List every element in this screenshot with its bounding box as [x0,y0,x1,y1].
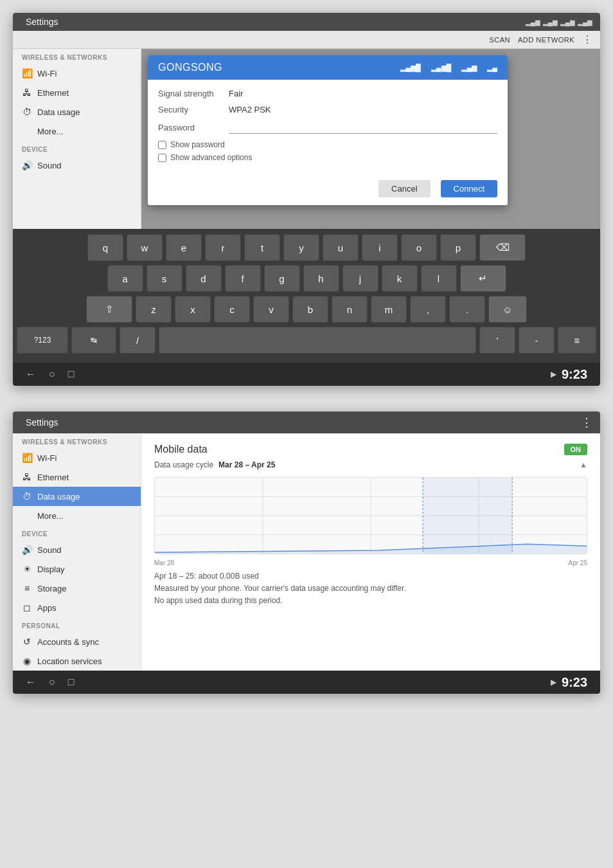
mobile-data-toggle[interactable]: ON [564,444,588,455]
show-advanced-checkbox[interactable] [158,154,166,162]
cancel-button[interactable]: Cancel [378,180,430,197]
key-q[interactable]: q [87,234,123,261]
sidebar-item-ethernet[interactable]: 🖧 Ethernet [13,83,141,102]
display-icon-w2: ☀ [22,564,32,574]
password-input[interactable] [229,121,497,134]
key-period[interactable]: . [449,296,485,323]
key-f[interactable]: f [225,265,261,292]
ethernet-icon: 🖧 [22,87,32,98]
sound-label-w2: Sound [37,545,62,555]
section-device-label: DEVICE [13,141,141,156]
key-l[interactable]: l [421,265,457,292]
key-apostrophe[interactable]: ' [479,327,515,354]
key-v[interactable]: v [253,296,289,323]
data-info-line1: Apr 18 – 25: about 0.00B used [154,570,587,583]
key-h[interactable]: h [303,265,339,292]
key-b[interactable]: b [292,296,328,323]
key-comma[interactable]: , [410,296,446,323]
wifi-icon: 📶 [22,68,32,78]
key-num[interactable]: ?123 [17,327,68,354]
key-y[interactable]: y [283,234,319,261]
show-password-label: Show password [170,140,225,149]
key-u[interactable]: u [323,234,359,261]
key-x[interactable]: x [175,296,211,323]
show-advanced-label: Show advanced options [170,153,252,162]
signal-icon-2: ▂▄▆ [543,19,558,26]
sidebar-item-display-w2[interactable]: ☀ Display [13,559,141,579]
section-wireless-w2: WIRELESS & NETWORKS [13,433,141,448]
location-icon-w2: ◉ [22,656,32,666]
sidebar-item-accounts-w2[interactable]: ↺ Accounts & sync [13,632,141,651]
key-m[interactable]: m [371,296,407,323]
section-wireless: WIRELESS & NETWORKS [13,49,141,64]
display-label-w2: Display [37,565,65,574]
key-c[interactable]: c [214,296,250,323]
window2-menu-icon[interactable]: ⋮ [581,415,592,429]
key-emoji[interactable]: ☺ [488,296,527,323]
nav-back[interactable]: ← [26,368,36,380]
sidebar-item-more-w2[interactable]: More... [13,506,141,525]
key-s[interactable]: s [147,265,182,292]
section-personal-w2: PERSONAL [13,617,141,632]
sidebar-item-sound-placeholder[interactable]: 🔊 Sound [13,156,141,175]
sidebar-item-wifi-w2[interactable]: 📶 Wi-Fi [13,448,141,467]
sidebar-data-label: Data usage [37,107,80,117]
key-slash[interactable]: / [120,327,155,354]
sidebar-item-sound-w2[interactable]: 🔊 Sound [13,540,141,559]
data-label-w2: Data usage [37,492,80,502]
key-k[interactable]: k [382,265,418,292]
show-password-checkbox[interactable] [158,141,166,149]
more-label-w2: More... [37,511,63,521]
nav-recents-w2[interactable]: □ [68,676,75,688]
sidebar-ethernet-label: Ethernet [37,88,69,98]
sidebar-item-data-usage-w2[interactable]: ⏱ Data usage [13,487,141,506]
nav-home[interactable]: ○ [49,368,55,380]
sidebar-item-data-usage[interactable]: ⏱ Data usage [13,102,141,122]
menu-icon[interactable]: ⋮ [582,33,592,46]
key-n[interactable]: n [332,296,368,323]
key-p[interactable]: p [440,234,476,261]
key-mic[interactable]: ≡ [558,327,596,354]
add-network-button[interactable]: ADD NETWORK [518,36,574,44]
connect-button[interactable]: Connect [441,180,497,197]
cycle-label: Data usage cycle [154,460,213,469]
sidebar-item-more[interactable]: More... [13,122,141,141]
sidebar-item-location-w2[interactable]: ◉ Location services [13,651,141,671]
sidebar-item-apps-w2[interactable]: ◻ Apps [13,598,141,617]
key-e[interactable]: e [166,234,202,261]
sidebar-sound-placeholder-label: Sound [37,161,62,170]
key-w[interactable]: w [127,234,163,261]
nav-time: 9:23 [562,367,587,382]
key-z[interactable]: z [136,296,172,323]
key-a[interactable]: a [107,265,143,292]
key-g[interactable]: g [264,265,300,292]
more-icon-w2 [22,511,32,521]
key-t[interactable]: t [244,234,280,261]
key-enter[interactable]: ↵ [460,265,506,292]
sidebar-item-ethernet-w2[interactable]: 🖧 Ethernet [13,467,141,487]
dialog-signal-bars-2: ▂▄▆█ [431,64,452,72]
key-r[interactable]: r [205,234,241,261]
cycle-edit-icon[interactable]: ▲ [580,460,587,469]
signal-icon-3: ▂▄▆ [560,19,575,26]
location-label-w2: Location services [37,656,102,666]
key-space[interactable] [159,327,476,354]
nav-home-w2[interactable]: ○ [49,676,55,688]
key-j[interactable]: j [342,265,378,292]
key-o[interactable]: o [401,234,437,261]
chart-start-label: Mar 28 [154,559,174,566]
nav-back-w2[interactable]: ← [26,676,36,688]
window1-title: Settings [26,17,58,27]
sidebar-item-wifi[interactable]: 📶 Wi-Fi [13,64,141,83]
key-d[interactable]: d [186,265,222,292]
keyboard: q w e r t y u i o p ⌫ a s d f g h j [13,229,600,363]
key-i[interactable]: i [362,234,398,261]
ethernet-label-w2: Ethernet [37,473,69,482]
key-dash[interactable]: - [519,327,555,354]
sidebar-item-storage-w2[interactable]: ≡ Storage [13,579,141,598]
key-tab[interactable]: ↹ [71,327,116,354]
key-shift[interactable]: ⇧ [86,296,132,323]
scan-button[interactable]: SCAN [489,36,510,44]
nav-recents[interactable]: □ [68,368,75,380]
key-backspace[interactable]: ⌫ [479,234,526,261]
